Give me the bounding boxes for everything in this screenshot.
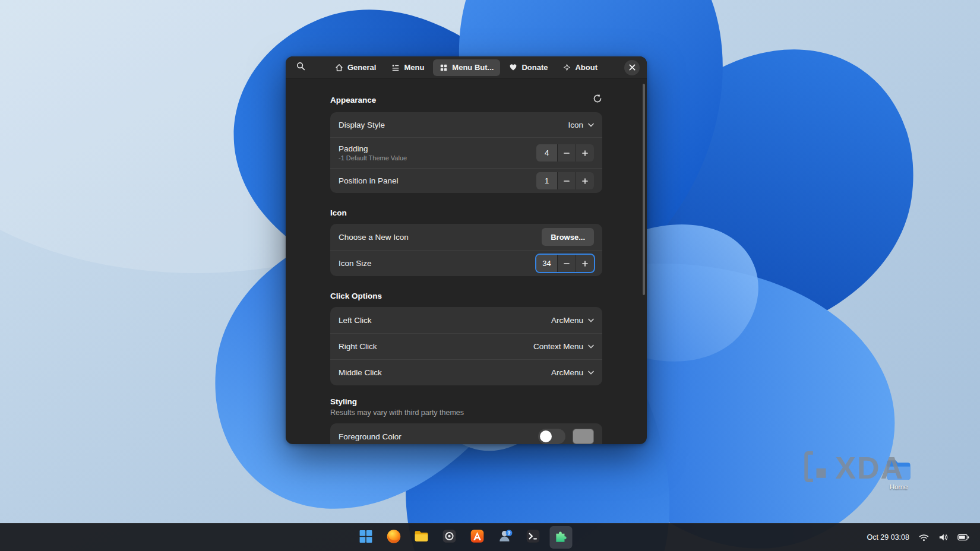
extensions-button[interactable] bbox=[550, 526, 573, 549]
icon-size-entry[interactable] bbox=[536, 255, 557, 272]
foreground-color-row: Foreground Color bbox=[330, 423, 602, 444]
appearance-card: Display Style Icon Padding -1 Default Th… bbox=[330, 112, 602, 193]
padding-row: Padding -1 Default Theme Value bbox=[330, 137, 602, 168]
icon-size-spinbutton bbox=[536, 255, 594, 272]
start-button[interactable] bbox=[355, 526, 377, 549]
files-button[interactable] bbox=[410, 526, 433, 549]
tab-menu-button[interactable]: Menu But... bbox=[433, 59, 500, 76]
left-click-row[interactable]: Left Click ArcMenu bbox=[330, 307, 602, 333]
click-options-card: Left Click ArcMenu Right Click Context M… bbox=[330, 307, 602, 385]
display-style-dropdown[interactable]: Icon bbox=[568, 121, 594, 129]
taskbar-tray: Oct 29 03:08 bbox=[856, 524, 980, 551]
close-button[interactable] bbox=[624, 60, 640, 75]
home-icon bbox=[335, 64, 343, 72]
display-style-row[interactable]: Display Style Icon bbox=[330, 112, 602, 137]
display-style-label: Display Style bbox=[339, 121, 385, 129]
plus-icon bbox=[582, 148, 588, 159]
xda-logo-icon bbox=[804, 451, 830, 484]
xda-watermark: XDA bbox=[804, 450, 904, 486]
battery-icon[interactable] bbox=[957, 534, 969, 541]
close-icon bbox=[629, 62, 636, 73]
tab-donate-label: Donate bbox=[521, 63, 548, 72]
chevron-down-icon bbox=[588, 344, 594, 349]
icon-card: Choose a New Icon Browse... Icon Size bbox=[330, 224, 602, 276]
choose-new-icon-label: Choose a New Icon bbox=[339, 233, 409, 242]
menu-button-grid-icon bbox=[440, 64, 448, 72]
tab-general-label: General bbox=[347, 63, 376, 72]
folder-icon bbox=[414, 528, 429, 546]
padding-increment-button[interactable] bbox=[576, 144, 594, 162]
tab-donate[interactable]: Donate bbox=[502, 59, 554, 76]
right-click-value: Context Menu bbox=[533, 342, 583, 351]
foreground-color-swatch[interactable] bbox=[573, 429, 594, 444]
position-increment-button[interactable] bbox=[576, 172, 594, 189]
help-button[interactable]: ? bbox=[494, 526, 517, 549]
icon-section-title: Icon bbox=[330, 208, 602, 217]
styling-card: Foreground Color bbox=[330, 423, 602, 444]
icon-size-label: Icon Size bbox=[339, 259, 372, 268]
search-button[interactable] bbox=[293, 60, 308, 75]
plus-icon bbox=[582, 258, 588, 269]
software-center-icon bbox=[470, 528, 485, 546]
padding-entry[interactable] bbox=[536, 144, 557, 162]
icon-size-increment-button[interactable] bbox=[576, 255, 594, 272]
terminal-icon bbox=[526, 528, 541, 546]
firefox-icon bbox=[385, 528, 402, 547]
browse-button[interactable]: Browse... bbox=[542, 228, 594, 246]
position-in-panel-row: Position in Panel bbox=[330, 168, 602, 193]
styling-section-title: Styling bbox=[330, 397, 602, 406]
position-entry[interactable] bbox=[536, 172, 557, 189]
firefox-button[interactable] bbox=[382, 526, 405, 549]
foreground-color-toggle[interactable] bbox=[538, 429, 565, 444]
position-spinbutton bbox=[536, 172, 594, 189]
chevron-down-icon bbox=[588, 123, 594, 127]
tab-general[interactable]: General bbox=[328, 59, 382, 76]
tab-menu-button-label: Menu But... bbox=[452, 63, 494, 72]
tab-menu[interactable]: Menu bbox=[385, 59, 431, 76]
screenshot-tool-button[interactable] bbox=[438, 526, 461, 549]
dialog-tabs: General Menu Menu But... Donate bbox=[328, 59, 604, 76]
clock[interactable]: Oct 29 03:08 bbox=[867, 533, 909, 542]
middle-click-row[interactable]: Middle Click ArcMenu bbox=[330, 359, 602, 385]
taskbar: ? Oct 29 03:08 bbox=[0, 523, 980, 551]
padding-spinbutton bbox=[536, 144, 594, 162]
wifi-icon[interactable] bbox=[919, 534, 929, 542]
padding-decrement-button[interactable] bbox=[557, 144, 576, 162]
help-person-icon: ? bbox=[498, 528, 513, 546]
arcmenu-settings-dialog: General Menu Menu But... Donate bbox=[286, 56, 647, 444]
choose-new-icon-row: Choose a New Icon Browse... bbox=[330, 224, 602, 250]
tab-about[interactable]: About bbox=[557, 59, 604, 76]
search-icon bbox=[296, 62, 305, 73]
taskbar-app-icons: ? bbox=[355, 524, 573, 551]
icon-size-decrement-button[interactable] bbox=[557, 255, 576, 272]
chevron-down-icon bbox=[588, 370, 594, 375]
settings-content: Appearance Display Style Icon Paddin bbox=[286, 79, 647, 444]
dialog-scrollbar[interactable] bbox=[643, 84, 645, 295]
sparkle-icon bbox=[563, 64, 571, 71]
toggle-knob bbox=[540, 430, 552, 442]
puzzle-piece-icon bbox=[554, 528, 569, 546]
middle-click-value: ArcMenu bbox=[551, 368, 583, 377]
left-click-dropdown[interactable]: ArcMenu bbox=[551, 316, 594, 325]
chevron-down-icon bbox=[588, 318, 594, 322]
position-in-panel-label: Position in Panel bbox=[339, 176, 399, 185]
minus-icon bbox=[564, 148, 570, 159]
middle-click-dropdown[interactable]: ArcMenu bbox=[551, 368, 594, 377]
terminal-button[interactable] bbox=[522, 526, 545, 549]
svg-text:?: ? bbox=[508, 530, 511, 536]
icon-size-row: Icon Size bbox=[330, 250, 602, 276]
foreground-color-label: Foreground Color bbox=[339, 432, 402, 441]
position-decrement-button[interactable] bbox=[557, 172, 576, 189]
minus-icon bbox=[564, 176, 570, 186]
middle-click-label: Middle Click bbox=[339, 368, 382, 377]
windows-start-icon bbox=[358, 529, 373, 546]
reset-appearance-button[interactable] bbox=[593, 94, 602, 106]
right-click-row[interactable]: Right Click Context Menu bbox=[330, 333, 602, 359]
appearance-section-title: Appearance bbox=[330, 96, 376, 104]
volume-icon[interactable] bbox=[938, 533, 948, 542]
software-center-button[interactable] bbox=[466, 526, 489, 549]
tab-about-label: About bbox=[575, 63, 598, 72]
right-click-dropdown[interactable]: Context Menu bbox=[533, 342, 594, 351]
menu-list-icon bbox=[391, 64, 400, 72]
camera-lens-icon bbox=[442, 528, 457, 546]
